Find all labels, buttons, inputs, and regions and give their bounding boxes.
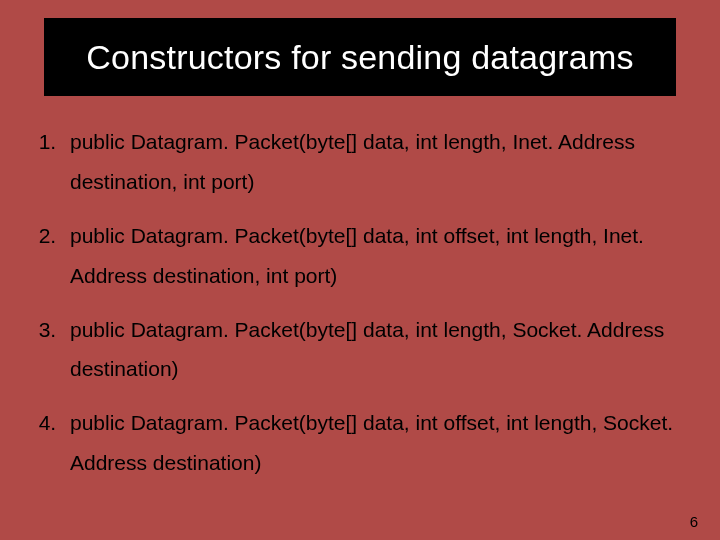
slide: Constructors for sending datagrams publi… [0, 0, 720, 540]
slide-number: 6 [690, 513, 698, 530]
constructor-list: public Datagram. Packet(byte[] data, int… [28, 118, 686, 493]
title-box: Constructors for sending datagrams [44, 18, 676, 96]
slide-title: Constructors for sending datagrams [86, 38, 633, 77]
list-item: public Datagram. Packet(byte[] data, int… [62, 118, 686, 212]
slide-body: public Datagram. Packet(byte[] data, int… [28, 118, 686, 502]
list-item: public Datagram. Packet(byte[] data, int… [62, 212, 686, 306]
list-item: public Datagram. Packet(byte[] data, int… [62, 306, 686, 400]
list-item: public Datagram. Packet(byte[] data, int… [62, 399, 686, 493]
